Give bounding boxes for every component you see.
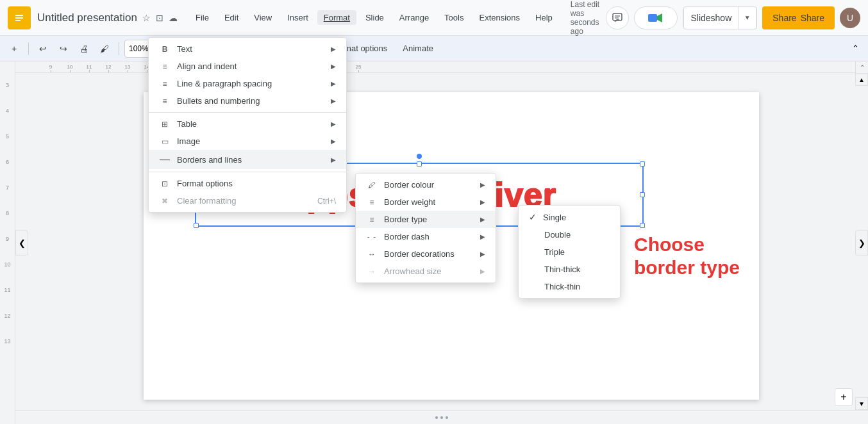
border-weight-icon: ≡ <box>366 198 378 207</box>
resize-handle-tm[interactable] <box>417 161 422 167</box>
share-button[interactable]: ShareShare <box>762 6 835 29</box>
menu-edit[interactable]: Edit <box>218 10 245 25</box>
menu-bar: File Edit View Insert Format Slide Arran… <box>189 10 559 25</box>
menu-insert[interactable]: Insert <box>281 10 315 25</box>
border-decorations-label: Border decorations <box>384 249 474 259</box>
image-label: Image <box>177 136 324 146</box>
align-icon: ≡ <box>159 62 171 71</box>
resize-handle-br[interactable] <box>640 223 645 228</box>
border-colour-item[interactable]: 🖊 Border colour ▶ <box>356 176 496 193</box>
arrowhead-size-item[interactable]: → Arrowhead size ▶ <box>356 263 496 280</box>
ruler-mark: 10 <box>60 61 79 72</box>
print-button[interactable]: 🖨 <box>75 40 93 58</box>
doc-title-area: Untitled presentation ☆ ⊡ ☁ <box>37 12 178 24</box>
border-type-thin-thick[interactable]: Thin-thick <box>519 261 620 278</box>
menu-help[interactable]: Help <box>529 10 559 25</box>
border-decorations-icon: ↔ <box>366 250 378 259</box>
clear-formatting-icon: ✖ <box>159 197 171 206</box>
menu-arrange[interactable]: Arrange <box>393 10 435 25</box>
new-slide-button[interactable]: + <box>835 388 853 406</box>
menu-file[interactable]: File <box>189 10 215 25</box>
toolbar-separator-2 <box>119 42 119 55</box>
bottom-dot <box>440 416 443 419</box>
toolbar: + ↩ ↪ 🖨 🖌 100% ▼ Arial ▼ B I 🔗 ⊞ Format … <box>0 36 868 61</box>
redo-button[interactable]: ↪ <box>54 40 72 58</box>
format-menu-clear-formatting[interactable]: ✖ Clear formatting Ctrl+\ <box>149 192 346 209</box>
border-type-thick-thin[interactable]: Thick-thin <box>519 278 620 295</box>
format-menu-bullets[interactable]: ≡ Bullets and numbering ▶ <box>149 92 346 110</box>
bullets-submenu-arrow: ▶ <box>331 97 336 104</box>
border-type-single[interactable]: ✓ Single <box>519 208 620 226</box>
border-colour-label: Border colour <box>384 180 474 190</box>
add-button[interactable]: + <box>5 40 23 58</box>
menu-divider-2 <box>149 172 346 172</box>
line-spacing-label: Line & paragraph spacing <box>177 79 324 88</box>
border-colour-icon: 🖊 <box>366 181 378 190</box>
format-menu-format-options[interactable]: ⊡ Format options <box>149 175 346 192</box>
collapse-panel-button[interactable]: ⌃ <box>855 61 868 73</box>
format-menu-table[interactable]: ⊞ Table ▶ <box>149 115 346 133</box>
menu-slide[interactable]: Slide <box>359 10 390 25</box>
comments-button[interactable] <box>606 6 629 29</box>
border-type-single-label: Single <box>543 213 610 222</box>
rotation-handle[interactable] <box>417 154 422 159</box>
annotation-text: Choose border type <box>634 233 740 279</box>
borders-submenu: 🖊 Border colour ▶ ≡ Border weight ▶ ≡ Bo… <box>355 173 496 283</box>
border-dash-item[interactable]: - - Border dash ▶ <box>356 228 496 245</box>
doc-title[interactable]: Untitled presentation <box>37 12 137 24</box>
table-icon: ⊞ <box>159 120 171 129</box>
menu-format[interactable]: Format <box>317 10 356 25</box>
collapse-toolbar-button[interactable]: ⌃ <box>847 41 863 56</box>
border-type-double[interactable]: Double <box>519 226 620 243</box>
format-dropdown-menu: B Text ▶ ≡ Align and indent ▶ ≡ Line & p… <box>148 37 347 213</box>
undo-button[interactable]: ↩ <box>34 40 52 58</box>
menu-extensions[interactable]: Extensions <box>472 10 526 25</box>
folder-icon[interactable]: ⊡ <box>156 13 163 23</box>
arrowhead-icon: → <box>366 267 378 276</box>
ruler-num: 7 <box>6 183 9 209</box>
zoom-value: 100% <box>129 44 149 53</box>
slideshow-dropdown-arrow[interactable]: ▼ <box>739 6 756 29</box>
arrowhead-size-arrow: ▶ <box>480 268 485 275</box>
borders-submenu-arrow: ▶ <box>331 156 336 163</box>
border-type-item[interactable]: ≡ Border type ▶ <box>356 211 496 228</box>
ruler-mark: 12 <box>99 61 118 72</box>
slideshow-button[interactable]: Slideshow ▼ <box>683 6 757 29</box>
format-menu-image[interactable]: ▭ Image ▶ <box>149 133 346 150</box>
text-submenu-arrow: ▶ <box>331 45 336 53</box>
border-type-triple[interactable]: Triple <box>519 243 620 261</box>
resize-handle-mr[interactable] <box>640 192 645 197</box>
annotation-line2: border type <box>634 256 740 279</box>
animate-button[interactable]: Animate <box>396 40 440 58</box>
toolbar-separator-1 <box>28 42 29 55</box>
menu-tools[interactable]: Tools <box>438 10 470 25</box>
scroll-down-button[interactable]: ▼ <box>855 397 868 410</box>
border-type-thin-thick-label: Thin-thick <box>544 265 610 274</box>
scroll-right-button[interactable]: ❯ <box>855 230 868 256</box>
format-menu-text[interactable]: B Text ▶ <box>149 40 346 58</box>
resize-handle-tr[interactable] <box>640 161 645 167</box>
format-menu-align-indent[interactable]: ≡ Align and indent ▶ <box>149 58 346 75</box>
resize-handle-bl[interactable] <box>194 223 199 228</box>
scroll-up-button[interactable]: ▲ <box>855 73 868 86</box>
ruler-num: 12 <box>4 311 10 337</box>
star-icon[interactable]: ☆ <box>142 13 151 23</box>
meet-button[interactable] <box>634 6 678 29</box>
format-menu-borders-lines[interactable]: — Borders and lines ▶ <box>149 150 346 169</box>
paint-format-button[interactable]: 🖌 <box>96 40 113 58</box>
border-weight-item[interactable]: ≡ Border weight ▶ <box>356 193 496 211</box>
ruler-num: 5 <box>6 132 9 158</box>
bottom-dot <box>435 416 438 419</box>
triple-no-check <box>529 247 538 257</box>
format-menu-line-spacing[interactable]: ≡ Line & paragraph spacing ▶ <box>149 75 346 92</box>
border-decorations-item[interactable]: ↔ Border decorations ▶ <box>356 245 496 263</box>
user-avatar[interactable]: U <box>840 8 860 28</box>
border-type-submenu: ✓ Single Double Triple Thin-thick Thick-… <box>518 205 621 298</box>
cloud-icon[interactable]: ☁ <box>169 13 178 23</box>
border-type-icon: ≡ <box>366 215 378 224</box>
menu-view[interactable]: View <box>247 10 278 25</box>
scroll-left-button[interactable]: ❮ <box>15 230 28 256</box>
border-type-triple-label: Triple <box>544 247 610 257</box>
border-type-arrow: ▶ <box>480 216 485 223</box>
single-checkmark: ✓ <box>529 212 537 222</box>
